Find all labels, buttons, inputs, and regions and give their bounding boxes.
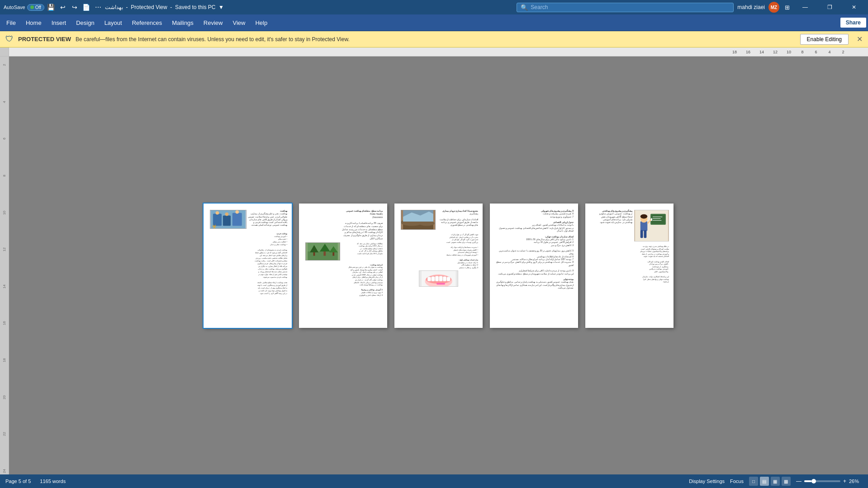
ruler-num-18: 18: [728, 50, 741, 54]
svg-point-6: [235, 210, 239, 214]
search-input[interactable]: [531, 4, 711, 10]
new-doc-icon[interactable]: 📄: [82, 3, 90, 11]
ruler-num-10: 10: [782, 50, 796, 54]
svg-point-5: [225, 213, 229, 216]
doc-page-2[interactable]: برنامه سطح منطقه‌ای بهداشت عمومی (Public…: [299, 204, 387, 328]
title-right: mahdi ziaei MZ ⊞ — ❐ ✕: [737, 0, 864, 14]
menu-review[interactable]: Review: [199, 18, 228, 28]
doc-title: بهداشت - Protected View - Saved to this …: [105, 4, 224, 10]
menu-references[interactable]: References: [128, 18, 166, 28]
svg-point-4: [216, 211, 219, 215]
doc-page-5[interactable]: پیشگیری و پیشروی‌های بهداشتی در بهداشت ع…: [585, 204, 674, 328]
user-avatar[interactable]: MZ: [768, 2, 779, 13]
web-view-button[interactable]: ▤: [760, 477, 769, 486]
svg-rect-3: [232, 213, 242, 226]
zoom-out-button[interactable]: —: [796, 478, 802, 484]
title-bar: AutoSave Off 💾 ↩ ↪ 📄 ⋯ بهداشت - Protecte…: [0, 0, 868, 14]
svg-rect-30: [446, 277, 450, 281]
ruler-corner: [0, 47, 9, 56]
ruler-num-12: 12: [768, 50, 782, 54]
svg-rect-45: [651, 218, 652, 221]
zoom-level[interactable]: 26%: [849, 479, 863, 484]
menu-bar: File Home Insert Design Layout Reference…: [0, 14, 868, 31]
ruler-main: 18 16 14 12 10 8 6 4 2: [9, 47, 868, 56]
svg-rect-28: [439, 276, 442, 281]
search-icon: 🔍: [521, 4, 528, 11]
ruler-num-4: 4: [823, 50, 836, 54]
title-bar-icons: 💾 ↩ ↪ 📄 ⋯: [47, 3, 102, 11]
toggle-dot: [30, 5, 34, 9]
shield-icon: 🛡: [5, 34, 14, 44]
svg-rect-15: [332, 252, 334, 256]
menu-help[interactable]: Help: [251, 18, 272, 28]
autosave-toggle[interactable]: Off: [27, 4, 44, 11]
share-button[interactable]: Share: [840, 18, 866, 28]
doc-page-4[interactable]: 5. پیشگیری و پیشروی‌های شهروانی 6. هزینه…: [490, 204, 578, 328]
ruler-num-6: 6: [809, 50, 823, 54]
doc-page-1[interactable]: ☣ بهداشت بهداشت، هنر و علم پیشگیری از بی…: [204, 204, 292, 328]
zoom-in-button[interactable]: +: [843, 478, 846, 484]
content-area: 2 4 6 8 10 12 14 16 18 20 22 24: [0, 57, 868, 475]
ruler-num-14: 14: [755, 50, 768, 54]
close-button[interactable]: ✕: [844, 0, 864, 14]
minimize-button[interactable]: —: [795, 0, 816, 14]
print-view-button[interactable]: □: [749, 477, 758, 486]
word-count: 1165 words: [40, 479, 66, 484]
svg-rect-27: [435, 276, 439, 281]
svg-point-38: [640, 214, 648, 219]
view-buttons: □ ▤ ▦ ▩: [749, 477, 791, 486]
svg-rect-35: [651, 215, 665, 224]
focus-button[interactable]: Focus: [730, 479, 744, 484]
svg-rect-41: [644, 230, 647, 238]
status-bar: Page 5 of 5 1165 words Display Settings …: [0, 474, 868, 488]
menu-view[interactable]: View: [228, 18, 250, 28]
menu-layout[interactable]: Layout: [100, 18, 127, 28]
menu-home[interactable]: Home: [21, 18, 46, 28]
restore-button[interactable]: ❐: [819, 0, 840, 14]
search-bar[interactable]: 🔍: [517, 3, 734, 12]
close-bar-icon[interactable]: ✕: [857, 35, 863, 43]
menu-insert[interactable]: Insert: [47, 18, 71, 28]
svg-rect-29: [443, 277, 446, 281]
svg-rect-25: [427, 277, 431, 281]
status-right: Display Settings Focus □ ▤ ▦ ▩ — + 26%: [689, 477, 863, 486]
svg-rect-2: [223, 215, 231, 226]
read-view-button[interactable]: ▦: [771, 477, 780, 486]
svg-text:☣: ☣: [212, 223, 217, 228]
zoom-slider[interactable]: [804, 480, 840, 482]
doc-page-3[interactable]: مجمع سیانا اتحاد بیماری تروبا و بیماری پ…: [394, 204, 483, 328]
ruler-num-8: 8: [796, 50, 809, 54]
protected-label: PROTECTED VIEW: [18, 36, 71, 43]
layout-icon[interactable]: ⊞: [783, 3, 791, 11]
svg-rect-31: [436, 283, 445, 285]
options-icon[interactable]: ⋯: [94, 3, 102, 11]
user-name: mahdi ziaei: [737, 4, 765, 10]
ribbon: File Home Insert Design Layout Reference…: [0, 14, 868, 31]
menu-mailings[interactable]: Mailings: [167, 18, 198, 28]
protected-view-bar: 🛡 PROTECTED VIEW Be careful—files from t…: [0, 31, 868, 47]
redo-icon[interactable]: ↪: [71, 3, 79, 11]
autosave-area: AutoSave Off: [4, 4, 44, 11]
autosave-label: AutoSave: [4, 5, 25, 10]
autosave-state: Off: [35, 5, 41, 10]
zoom-area: — + 26%: [796, 478, 863, 484]
display-settings[interactable]: Display Settings: [689, 479, 725, 484]
undo-icon[interactable]: ↩: [59, 3, 67, 11]
menu-design[interactable]: Design: [71, 18, 99, 28]
enable-editing-button[interactable]: Enable Editing: [800, 34, 849, 45]
svg-rect-40: [640, 230, 643, 238]
ruler-numbers: 18 16 14 12 10 8 6 4 2: [9, 50, 868, 54]
svg-rect-11: [313, 252, 315, 256]
title-bar-left: AutoSave Off 💾 ↩ ↪ 📄 ⋯ بهداشت - Protecte…: [4, 3, 513, 11]
menu-file[interactable]: File: [2, 18, 20, 28]
svg-rect-36: [640, 221, 648, 231]
doc-canvas: ☣ بهداشت بهداشت، هنر و علم پیشگیری از بی…: [9, 57, 868, 475]
ruler-num-16: 16: [741, 50, 755, 54]
protected-message: Be careful—files from the Internet can c…: [76, 36, 796, 43]
pages-container: ☣ بهداشت بهداشت، هنر و علم پیشگیری از بی…: [204, 204, 674, 328]
outline-view-button[interactable]: ▩: [782, 477, 791, 486]
page-info: Page 5 of 5: [5, 479, 31, 484]
save-icon[interactable]: 💾: [47, 3, 55, 11]
svg-rect-13: [323, 251, 326, 256]
ruler-area: 18 16 14 12 10 8 6 4 2: [0, 47, 868, 57]
